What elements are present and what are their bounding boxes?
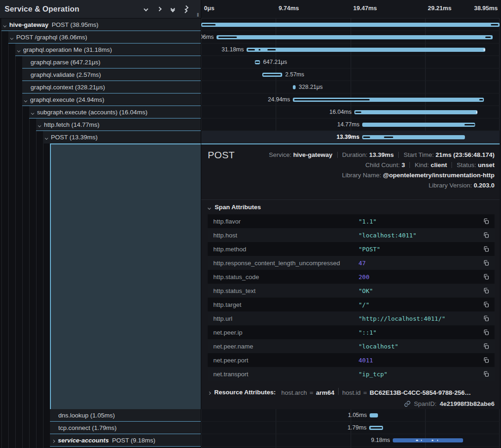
resource-equals: = — [308, 389, 315, 396]
copy-icon[interactable] — [478, 315, 495, 322]
attribute-value: "ip_tcp" — [359, 371, 478, 378]
chevron-down-icon[interactable] — [38, 121, 41, 128]
meta-value: 13.39ms — [369, 151, 394, 158]
span-row[interactable]: tcp.connect (1.79ms) — [50, 422, 201, 434]
chevron-down-icon[interactable] — [4, 21, 6, 28]
span-bar-mark — [218, 37, 237, 38]
span-bar[interactable] — [369, 426, 383, 430]
panel-resize-grip[interactable]: ‖ — [197, 12, 199, 18]
attribute-value: "OK" — [359, 287, 478, 294]
span-bar[interactable] — [393, 438, 463, 442]
span-row[interactable]: http.fetch (14.77ms) — [36, 118, 201, 131]
copy-icon[interactable] — [478, 232, 495, 238]
chevron-right-icon[interactable] — [52, 437, 55, 444]
span-bar[interactable] — [255, 60, 260, 64]
attribute-key: http.status_code — [208, 274, 359, 280]
span-tree-row: http.fetch (14.77ms) — [0, 118, 201, 131]
link-icon[interactable] — [404, 400, 411, 407]
duration-label: 31.18ms — [222, 44, 244, 56]
span-row[interactable]: graphql.context (328.21μs) — [22, 81, 201, 93]
span-bar[interactable] — [362, 135, 465, 139]
service-operation-header: Service & Operation — [0, 0, 201, 19]
span-row[interactable]: service-accountsPOST (9.18ms) — [50, 434, 201, 447]
span-row[interactable]: POST /graphql (36.06ms) — [8, 31, 201, 44]
timeline-footer-rows: 1.05ms1.79ms9.18ms — [201, 409, 500, 447]
resource-attributes-toggle[interactable]: Resource Attributes: host.arch = arm64ho… — [208, 388, 495, 396]
attribute-row: http.url"http://localhost:4011/" — [208, 311, 495, 325]
meta-label: Library Version: — [428, 182, 474, 189]
chevron-down-icon[interactable] — [11, 34, 13, 41]
chevrons-down-icon[interactable] — [171, 7, 174, 12]
copy-icon[interactable] — [478, 260, 495, 266]
attribute-value: "localhost" — [359, 343, 478, 350]
operation-label: graphql.parse (647.21μs) — [31, 59, 100, 66]
span-row[interactable]: graphql.execute (24.94ms) — [22, 93, 201, 106]
copy-icon[interactable] — [478, 371, 495, 377]
chevron-right-icon[interactable] — [158, 7, 161, 11]
meta-value: 0.203.0 — [474, 182, 495, 189]
attribute-row: net.transport"ip_tcp" — [208, 367, 495, 381]
copy-icon[interactable] — [478, 329, 495, 336]
span-bar[interactable] — [370, 413, 378, 417]
span-bar[interactable] — [262, 73, 282, 77]
span-tree-row: hive-gatewayPOST (38.95ms) — [0, 19, 201, 31]
span-bar[interactable] — [362, 123, 475, 127]
chevron-down-icon[interactable] — [25, 96, 27, 103]
operation-label: subgraph.execute (accounts) (16.04ms) — [37, 109, 148, 116]
attribute-key: net.transport — [208, 371, 359, 378]
span-bar-mark — [432, 440, 434, 441]
span-bar[interactable] — [293, 85, 296, 89]
chevron-down-icon[interactable] — [45, 134, 48, 141]
operation-label: POST (38.95ms) — [52, 21, 99, 28]
copy-icon[interactable] — [478, 218, 495, 224]
span-bar-mark — [371, 427, 382, 429]
meta-separator — [452, 162, 452, 168]
span-bar[interactable] — [247, 48, 485, 52]
operation-label: tcp.connect (1.79ms) — [58, 424, 117, 431]
attribute-row: http.response_content_length_uncompresse… — [208, 256, 495, 270]
span-row[interactable]: graphql.validate (2.57ms) — [22, 68, 201, 81]
meta-label: Service: — [269, 151, 293, 158]
resource-equals: = — [362, 389, 369, 396]
copy-icon[interactable] — [478, 357, 495, 363]
span-bar[interactable] — [216, 35, 493, 39]
span-attributes-toggle[interactable]: Span Attributes — [208, 204, 261, 211]
span-bar-mark — [294, 99, 370, 100]
attribute-row: http.flavor"1.1" — [208, 214, 495, 228]
attribute-value: "localhost:4011" — [359, 232, 478, 239]
span-row[interactable]: graphql.parse (647.21μs) — [22, 56, 201, 68]
copy-icon[interactable] — [478, 246, 495, 252]
copy-icon[interactable] — [478, 287, 495, 294]
meta-label: Start Time: — [403, 151, 435, 158]
chevron-down-icon[interactable] — [31, 109, 34, 116]
span-row[interactable]: POST (13.39ms) — [43, 131, 201, 143]
timeline-row: 9.18ms — [201, 434, 500, 447]
panel-divider[interactable] — [201, 0, 201, 448]
span-bar[interactable] — [293, 98, 484, 102]
attribute-row: http.method"POST" — [208, 242, 495, 256]
operation-label: POST (9.18ms) — [112, 437, 155, 444]
span-bar-mark — [491, 24, 498, 25]
copy-icon[interactable] — [478, 343, 495, 349]
chevron-down-icon — [208, 204, 210, 211]
span-id-value: 4e21998f3b82abe6 — [439, 400, 495, 407]
chevron-down-icon[interactable] — [18, 46, 20, 53]
attribute-value: "http://localhost:4011/" — [359, 315, 478, 322]
span-row[interactable]: hive-gatewayPOST (38.95ms) — [1, 19, 201, 31]
meta-label: Child Count: — [365, 162, 402, 168]
span-row[interactable]: dns.lookup (1.05ms) — [50, 409, 201, 422]
span-bar[interactable] — [354, 110, 477, 114]
resource-key: host.id — [342, 389, 361, 396]
meta-value: 3 — [402, 162, 405, 168]
timeline-row: 2.57ms — [201, 68, 500, 81]
copy-icon[interactable] — [478, 274, 495, 280]
span-row[interactable]: subgraph.execute (accounts) (16.04ms) — [29, 106, 201, 118]
detail-meta-line: Library Name: @opentelemetry/instrumenta… — [269, 170, 495, 180]
span-row[interactable]: graphql.operation Me (31.18ms) — [15, 44, 201, 56]
span-attributes-title: Span Attributes — [215, 204, 261, 211]
chevrons-right-icon[interactable] — [185, 6, 188, 12]
copy-icon[interactable] — [478, 301, 495, 308]
span-bar[interactable] — [201, 23, 500, 27]
chevron-down-icon[interactable] — [144, 7, 148, 11]
operation-label: dns.lookup (1.05ms) — [58, 412, 115, 419]
